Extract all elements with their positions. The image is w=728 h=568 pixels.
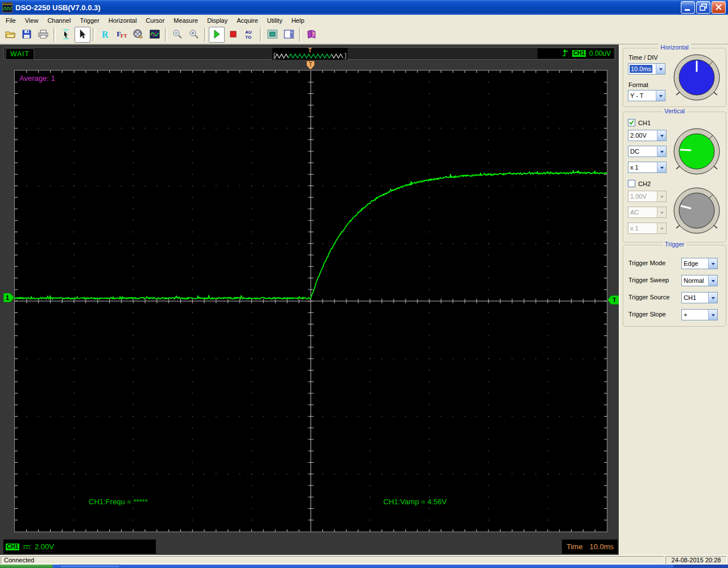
auto-setup-button[interactable]: AUTO (242, 27, 258, 43)
trigger-level-value: 0.00uV (589, 50, 611, 57)
print-button[interactable] (35, 27, 51, 43)
menu-file[interactable]: File (1, 16, 20, 25)
ch1-badge: CH1 (6, 544, 19, 550)
minimize-button[interactable] (681, 1, 695, 14)
open-folder-button[interactable] (2, 27, 18, 43)
trigger-mode-select[interactable]: Edge (681, 258, 718, 269)
panel-layout-button[interactable] (281, 27, 297, 43)
chevron-down-icon[interactable] (657, 130, 666, 141)
chevron-down-icon[interactable] (657, 162, 666, 172)
waveform-display-button[interactable] (147, 27, 163, 43)
chevron-down-icon (657, 223, 666, 233)
format-label: Format (628, 81, 648, 88)
ch1-volts-select[interactable]: 2.00V (628, 130, 667, 141)
trigger-group: Trigger Trigger ModeEdgeTrigger SweepNor… (623, 245, 726, 327)
chevron-down-icon[interactable] (656, 64, 665, 74)
time-div-select[interactable]: 10.0ms (628, 63, 665, 75)
menu-view[interactable]: View (20, 16, 43, 25)
refresh-r-button[interactable]: R (97, 27, 113, 43)
trigger-position-marker[interactable]: T (307, 61, 315, 70)
start-button[interactable] (209, 27, 225, 43)
chevron-down-icon[interactable] (708, 275, 717, 286)
ch2-checkbox[interactable] (628, 180, 635, 187)
record-button[interactable] (130, 27, 146, 43)
ch1-checkbox[interactable] (628, 119, 635, 126)
chevron-down-icon[interactable] (708, 293, 717, 303)
horizontal-position-knob[interactable] (671, 51, 723, 104)
menu-measure[interactable]: Measure (169, 16, 202, 25)
ch2-position-knob[interactable] (671, 184, 723, 237)
menu-horizontal[interactable]: Horizontal (104, 16, 142, 25)
chevron-down-icon (657, 207, 666, 217)
zoom-out-button[interactable] (169, 27, 185, 43)
chevron-down-icon[interactable] (657, 146, 666, 157)
restore-button[interactable] (696, 1, 710, 14)
trigger-slope-select[interactable]: + (681, 309, 718, 320)
save-button[interactable] (19, 27, 35, 43)
acquisition-state: WAIT (6, 48, 34, 60)
trigger-sweep-select[interactable]: Normal (681, 275, 718, 286)
chevron-down-icon[interactable] (708, 310, 717, 320)
chevron-down-icon[interactable] (708, 258, 717, 269)
full-screen-button[interactable] (264, 27, 280, 43)
start-icon (211, 28, 222, 41)
refresh-r-icon: R (100, 28, 111, 41)
scope-display[interactable]: Average: 1 CH1:Frequ = ***** CH1:Vamp = … (14, 70, 607, 532)
trigger-level-marker[interactable]: T (607, 295, 619, 306)
status-bar: Connected 24-08-2015 20:28 (0, 555, 728, 565)
menu-acquire[interactable]: Acquire (232, 16, 262, 25)
svg-text:AU: AU (245, 30, 252, 35)
zoom-in-button[interactable] (186, 27, 202, 43)
time-per-div: 10.0ms (589, 542, 614, 551)
toolbar: RFFTAUTO? (0, 26, 728, 44)
fft-button[interactable]: FFT (114, 27, 130, 43)
stop-icon (228, 28, 239, 41)
chevron-down-icon[interactable] (656, 90, 665, 101)
ch2-volts-select: 1.00V (628, 191, 667, 202)
cursor-measure-icon (60, 28, 72, 41)
control-panel: Horizontal Time / DIV 10.0ms Format Y - … (619, 44, 728, 555)
menu-display[interactable]: Display (202, 16, 232, 25)
stop-button[interactable] (225, 27, 241, 43)
ch2-coupling-select: AC (628, 207, 667, 218)
trigger-source-select[interactable]: CH1 (681, 292, 718, 303)
svg-text:TO: TO (245, 35, 251, 40)
format-select[interactable]: Y - T (628, 90, 665, 101)
waveform-display-icon (149, 28, 160, 41)
help-book-button[interactable]: ? (304, 27, 320, 43)
cursor-measure-button[interactable] (58, 27, 74, 43)
pointer-button[interactable] (75, 27, 90, 43)
task-button-sliver[interactable] (60, 565, 120, 568)
menu-cursor[interactable]: Cursor (141, 16, 169, 25)
trigger-row-label: Trigger Source (628, 294, 669, 301)
vertical-group-title: Vertical (623, 108, 726, 114)
start-button-sliver[interactable] (0, 565, 53, 568)
toolbar-separator (260, 28, 262, 42)
full-screen-icon (267, 28, 278, 41)
ch1-probe-select[interactable]: x 1 (628, 162, 667, 173)
close-button[interactable] (712, 1, 726, 14)
taskbar-sliver (0, 565, 728, 568)
menu-utility[interactable]: Utility (263, 16, 287, 25)
menu-trigger[interactable]: Trigger (75, 16, 104, 25)
connection-status: Connected (1, 556, 664, 564)
scope-client-area: WAIT T CH1 0.00uV Average: 1 CH1:Frequ =… (0, 44, 619, 555)
acquisition-strip: WAIT T CH1 0.00uV (3, 47, 615, 60)
buffer-preview[interactable]: T (272, 48, 348, 60)
menu-help[interactable]: Help (287, 16, 309, 25)
app-icon (2, 2, 13, 13)
trigger-row-label: Trigger Mode (628, 260, 665, 266)
time-div-label: Time / DIV (628, 54, 658, 61)
ch1-level-marker[interactable]: 1 (3, 293, 15, 303)
ch1-position-knob[interactable] (671, 125, 723, 178)
zoom-in-icon (188, 28, 200, 41)
svg-text:FT: FT (121, 33, 127, 39)
ch1-coupling-select[interactable]: DC (628, 146, 667, 157)
datetime-status: 24-08-2015 20:28 (665, 556, 727, 564)
system-tray-sliver (673, 565, 728, 568)
help-book-icon: ? (306, 28, 317, 41)
fft-icon: FFT (116, 28, 127, 41)
average-label: Average: 1 (19, 74, 55, 83)
menu-channel[interactable]: Channel (43, 16, 75, 25)
trigger-readout: CH1 0.00uV (537, 48, 614, 59)
